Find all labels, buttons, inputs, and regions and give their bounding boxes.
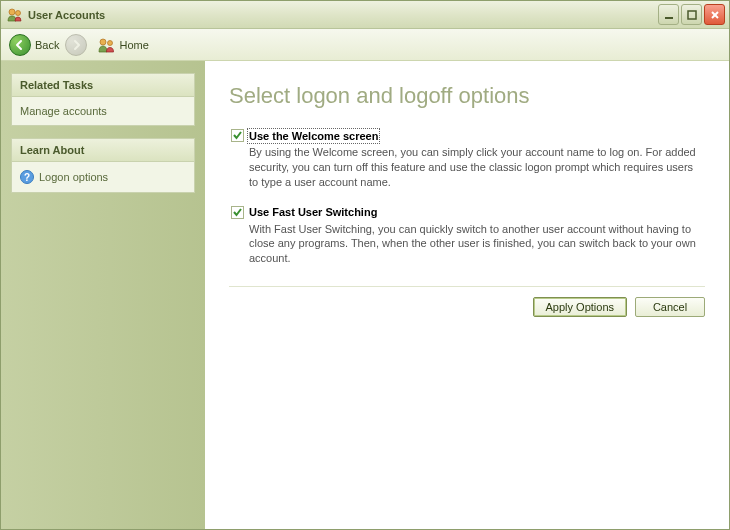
fast-user-switching-description: With Fast User Switching, you can quickl… (249, 222, 705, 267)
home-button[interactable]: Home (97, 37, 148, 53)
window-frame: User Accounts Back (0, 0, 730, 530)
learn-about-panel: Learn About ? Logon options (11, 138, 195, 193)
maximize-button[interactable] (681, 4, 702, 25)
user-accounts-icon (7, 7, 23, 23)
minimize-button[interactable] (658, 4, 679, 25)
body: Related Tasks Manage accounts Learn Abou… (1, 61, 729, 529)
close-button[interactable] (704, 4, 725, 25)
page-title: Select logon and logoff options (229, 83, 705, 109)
welcome-screen-label[interactable]: Use the Welcome screen (249, 130, 378, 142)
button-row: Apply Options Cancel (229, 297, 705, 317)
learn-about-header: Learn About (12, 139, 194, 162)
window-title: User Accounts (28, 9, 658, 21)
titlebar-buttons (658, 4, 725, 25)
option-fast-user-switching: Use Fast User Switching With Fast User S… (229, 206, 705, 267)
sidebar: Related Tasks Manage accounts Learn Abou… (1, 61, 205, 529)
svg-point-7 (108, 40, 113, 45)
svg-point-0 (9, 9, 15, 15)
titlebar: User Accounts (1, 1, 729, 29)
svg-point-6 (100, 39, 106, 45)
svg-rect-2 (665, 17, 673, 19)
related-tasks-panel: Related Tasks Manage accounts (11, 73, 195, 126)
help-icon: ? (20, 170, 34, 184)
back-icon (9, 34, 31, 56)
option-welcome-screen: Use the Welcome screen By using the Welc… (229, 129, 705, 190)
fast-user-switching-label[interactable]: Use Fast User Switching (249, 206, 377, 218)
sidebar-item-label: Manage accounts (20, 105, 107, 117)
navbar: Back Home (1, 29, 729, 61)
fast-user-switching-checkbox[interactable] (231, 206, 244, 219)
divider (229, 286, 705, 287)
welcome-screen-description: By using the Welcome screen, you can sim… (249, 145, 705, 190)
home-label: Home (119, 39, 148, 51)
content: Select logon and logoff options Use the … (205, 61, 729, 529)
back-label: Back (35, 39, 59, 51)
related-tasks-header: Related Tasks (12, 74, 194, 97)
sidebar-item-label: Logon options (39, 171, 108, 183)
apply-options-button[interactable]: Apply Options (533, 297, 627, 317)
svg-point-1 (16, 10, 21, 15)
forward-icon (65, 34, 87, 56)
forward-button (65, 34, 87, 56)
people-icon (97, 37, 115, 53)
welcome-screen-checkbox[interactable] (231, 129, 244, 142)
logon-options-link[interactable]: ? Logon options (20, 168, 186, 186)
svg-rect-3 (688, 11, 696, 19)
cancel-button[interactable]: Cancel (635, 297, 705, 317)
back-button[interactable]: Back (9, 34, 59, 56)
manage-accounts-link[interactable]: Manage accounts (20, 103, 186, 119)
